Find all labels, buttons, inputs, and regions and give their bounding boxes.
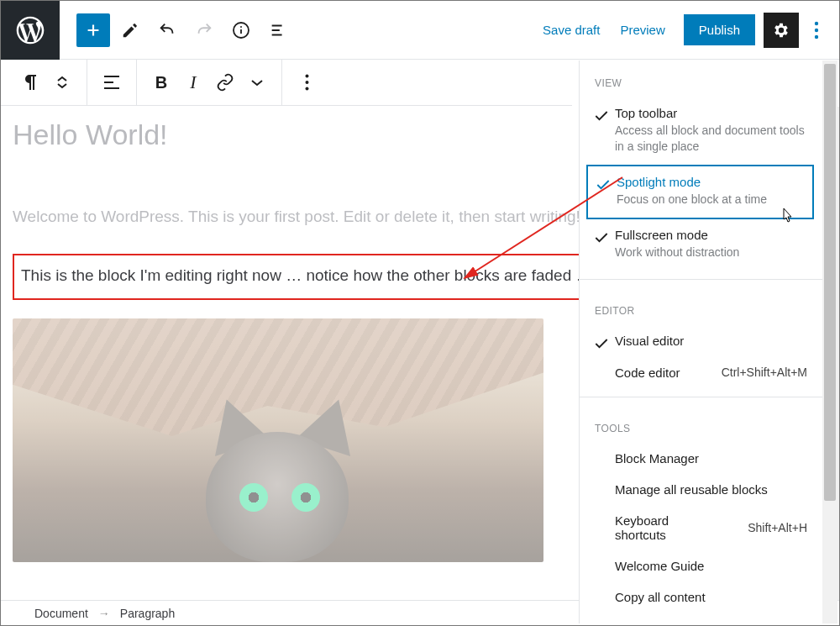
image-block-faded[interactable] bbox=[13, 318, 543, 562]
option-copy-all[interactable]: Copy all content bbox=[580, 581, 822, 613]
option-label: Code editor bbox=[615, 366, 680, 380]
svg-point-7 bbox=[305, 81, 308, 84]
edit-mode-button[interactable] bbox=[113, 13, 147, 47]
block-toolbar: B I bbox=[1, 60, 572, 106]
move-handles-icon[interactable] bbox=[46, 66, 78, 98]
panel-scrollbar[interactable] bbox=[822, 60, 837, 623]
svg-point-5 bbox=[815, 34, 818, 38]
keyboard-shortcut: Ctrl+Shift+Alt+M bbox=[722, 366, 807, 379]
outline-button[interactable] bbox=[261, 13, 295, 47]
svg-point-8 bbox=[305, 87, 308, 91]
option-label: Spotlight mode bbox=[617, 175, 806, 189]
svg-point-4 bbox=[815, 28, 818, 31]
option-label: Block Manager bbox=[615, 451, 699, 466]
option-spotlight-mode[interactable]: Spotlight mode Focus on one block at a t… bbox=[586, 165, 814, 219]
section-view: VIEW bbox=[580, 60, 822, 97]
publish-button[interactable]: Publish bbox=[684, 14, 755, 45]
option-desc: Work without distraction bbox=[615, 245, 811, 260]
option-label: Top toolbar bbox=[615, 106, 811, 120]
svg-point-3 bbox=[815, 21, 818, 24]
save-draft-link[interactable]: Save draft bbox=[533, 14, 610, 45]
link-button[interactable] bbox=[209, 66, 241, 98]
option-visual-editor[interactable]: Visual editor bbox=[580, 325, 822, 357]
option-desc: Access all block and document tools in a… bbox=[615, 123, 811, 155]
more-formatting-button[interactable] bbox=[241, 66, 273, 98]
option-block-manager[interactable]: Block Manager bbox=[580, 443, 822, 474]
undo-button[interactable] bbox=[150, 13, 184, 47]
option-label: Visual editor bbox=[615, 334, 811, 348]
keyboard-shortcut: Shift+Alt+H bbox=[748, 521, 807, 534]
option-reusable-blocks[interactable]: Manage all reusable blocks bbox=[580, 474, 822, 505]
align-button[interactable] bbox=[96, 66, 128, 98]
check-icon bbox=[593, 334, 615, 352]
wordpress-logo[interactable] bbox=[1, 1, 60, 60]
svg-point-2 bbox=[240, 26, 242, 28]
breadcrumb-root[interactable]: Document bbox=[34, 607, 88, 620]
options-menu-button[interactable] bbox=[804, 21, 829, 39]
section-editor: EDITOR bbox=[580, 288, 822, 325]
option-label: Fullscreen mode bbox=[615, 228, 811, 242]
info-button[interactable] bbox=[224, 13, 258, 47]
paragraph-block-icon[interactable] bbox=[14, 66, 46, 98]
option-fullscreen-mode[interactable]: Fullscreen mode Work without distraction bbox=[580, 219, 822, 271]
add-block-button[interactable] bbox=[76, 13, 110, 47]
italic-button[interactable]: I bbox=[177, 66, 209, 98]
svg-point-6 bbox=[305, 75, 308, 78]
option-label: Keyboard shortcuts bbox=[615, 513, 716, 542]
redo-button[interactable] bbox=[187, 13, 221, 47]
options-panel: VIEW Top toolbar Access all block and do… bbox=[579, 60, 837, 623]
option-label: Welcome Guide bbox=[615, 559, 704, 573]
option-welcome-guide[interactable]: Welcome Guide bbox=[580, 550, 822, 581]
breadcrumb-current: Paragraph bbox=[120, 607, 175, 620]
preview-link[interactable]: Preview bbox=[610, 14, 675, 45]
option-label: Manage all reusable blocks bbox=[615, 482, 768, 497]
section-tools: TOOLS bbox=[580, 406, 822, 443]
check-icon bbox=[593, 106, 615, 124]
check-icon bbox=[593, 228, 615, 246]
settings-button[interactable] bbox=[764, 13, 799, 48]
option-keyboard-shortcuts[interactable]: Keyboard shortcuts Shift+Alt+H bbox=[580, 505, 822, 550]
bold-button[interactable]: B bbox=[145, 66, 177, 98]
check-icon bbox=[595, 175, 617, 193]
block-more-button[interactable] bbox=[291, 66, 323, 98]
editor-top-bar: Save draft Preview Publish bbox=[1, 1, 839, 60]
option-desc: Focus on one block at a time bbox=[617, 192, 806, 208]
option-top-toolbar[interactable]: Top toolbar Access all block and documen… bbox=[580, 97, 822, 165]
option-code-editor[interactable]: Code editor Ctrl+Shift+Alt+M bbox=[580, 357, 822, 388]
option-label: Copy all content bbox=[615, 590, 706, 604]
breadcrumb-separator: → bbox=[98, 607, 110, 620]
